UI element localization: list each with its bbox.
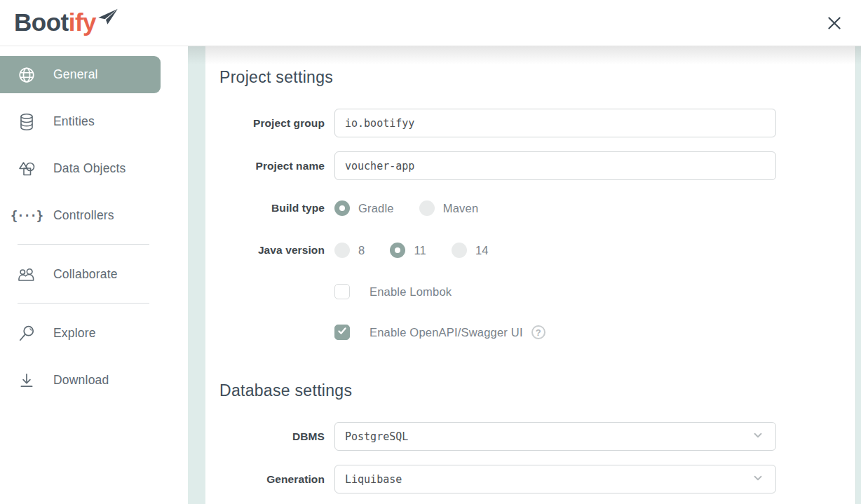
chevron-down-icon [752, 429, 764, 444]
radio-label: 14 [475, 244, 489, 257]
main-content: Project settings Project group Project n… [188, 46, 861, 504]
radio-option-java-11[interactable]: 11 [390, 243, 426, 258]
project-group-row: Project group [219, 109, 855, 137]
database-icon [18, 113, 36, 131]
dbms-label: DBMS [219, 430, 325, 443]
sidebar-item-collaborate[interactable]: Collaborate [0, 256, 188, 293]
scrollbar-track[interactable] [855, 46, 861, 504]
lombok-checkbox-unchecked[interactable] [334, 284, 350, 299]
settings-panel: Project settings Project group Project n… [205, 46, 855, 504]
globe-icon [18, 66, 36, 84]
project-group-input[interactable] [334, 109, 776, 137]
sidebar-item-label: Collaborate [53, 267, 118, 282]
generation-row: Generation Liquibase [219, 465, 855, 493]
project-settings-title: Project settings [219, 68, 855, 87]
project-name-row: Project name [219, 151, 855, 180]
sidebar-item-label: Data Objects [53, 161, 126, 176]
build-type-label: Build type [219, 202, 325, 214]
sidebar-item-label: Download [53, 373, 109, 388]
radio-label: 11 [414, 244, 426, 257]
enable-openapi-row: Enable OpenAPI/Swagger UI ? [219, 325, 855, 340]
radio-maven[interactable] [419, 200, 435, 216]
logo-text: Bootify [14, 6, 96, 39]
build-type-row: Build type Gradle Maven [219, 200, 855, 216]
sidebar-divider [18, 303, 149, 304]
shapes-icon [18, 160, 36, 178]
java-version-label: Java version [219, 244, 325, 257]
dbms-select-value: PostgreSQL [345, 430, 408, 443]
enable-lombok-row: Enable Lombok [219, 284, 855, 299]
openapi-checkbox-label: Enable OpenAPI/Swagger UI [370, 326, 523, 339]
radio-label: Maven [443, 202, 479, 215]
sidebar-divider [18, 244, 149, 245]
sidebar: General Entities Data Objects {···} Cont [0, 46, 188, 504]
database-settings-title: Database settings [219, 381, 855, 400]
radio-label: 8 [358, 244, 365, 257]
help-glyph: ? [536, 327, 541, 338]
radio-java-8[interactable] [334, 243, 350, 258]
dbms-row: DBMS PostgreSQL [219, 422, 855, 451]
radio-option-gradle[interactable]: Gradle [334, 200, 394, 216]
download-icon [18, 372, 36, 390]
search-icon [18, 325, 36, 343]
openapi-checkbox-checked[interactable] [334, 325, 350, 340]
chevron-down-icon [752, 472, 764, 487]
lombok-checkbox-label: Enable Lombok [370, 285, 452, 299]
java-version-row: Java version 8 11 14 [219, 243, 855, 258]
radio-option-maven[interactable]: Maven [419, 200, 479, 216]
close-icon [825, 14, 843, 34]
radio-java-14[interactable] [452, 243, 467, 258]
generation-select[interactable]: Liquibase [334, 465, 776, 493]
sidebar-item-explore[interactable]: Explore [0, 315, 188, 352]
radio-label: Gradle [358, 202, 394, 215]
project-group-label: Project group [219, 117, 325, 130]
generation-label: Generation [219, 473, 325, 486]
braces-icon: {···} [18, 207, 36, 225]
generation-select-value: Liquibase [345, 473, 402, 486]
sidebar-item-entities[interactable]: Entities [0, 103, 188, 140]
people-icon [18, 266, 36, 284]
project-name-label: Project name [219, 160, 325, 172]
sidebar-item-data-objects[interactable]: Data Objects [0, 150, 188, 187]
radio-option-java-14[interactable]: 14 [452, 243, 489, 258]
app-logo[interactable]: Bootify [14, 6, 118, 39]
sidebar-item-controllers[interactable]: {···} Controllers [0, 197, 188, 234]
sidebar-item-label: General [53, 67, 98, 82]
checkmark-icon [337, 326, 347, 339]
dbms-select[interactable]: PostgreSQL [334, 422, 776, 451]
radio-option-java-8[interactable]: 8 [334, 243, 365, 258]
paper-plane-icon [97, 8, 118, 29]
sidebar-item-general[interactable]: General [0, 56, 161, 93]
help-icon[interactable]: ? [531, 325, 545, 339]
sidebar-item-label: Explore [53, 326, 96, 341]
project-name-input[interactable] [334, 151, 776, 180]
radio-gradle-selected[interactable] [334, 200, 350, 216]
app-header: Bootify [0, 0, 861, 46]
close-button[interactable] [823, 13, 846, 35]
sidebar-item-label: Entities [53, 114, 95, 129]
radio-java-11-selected[interactable] [390, 243, 405, 258]
sidebar-item-download[interactable]: Download [0, 362, 188, 399]
sidebar-item-label: Controllers [53, 208, 114, 223]
